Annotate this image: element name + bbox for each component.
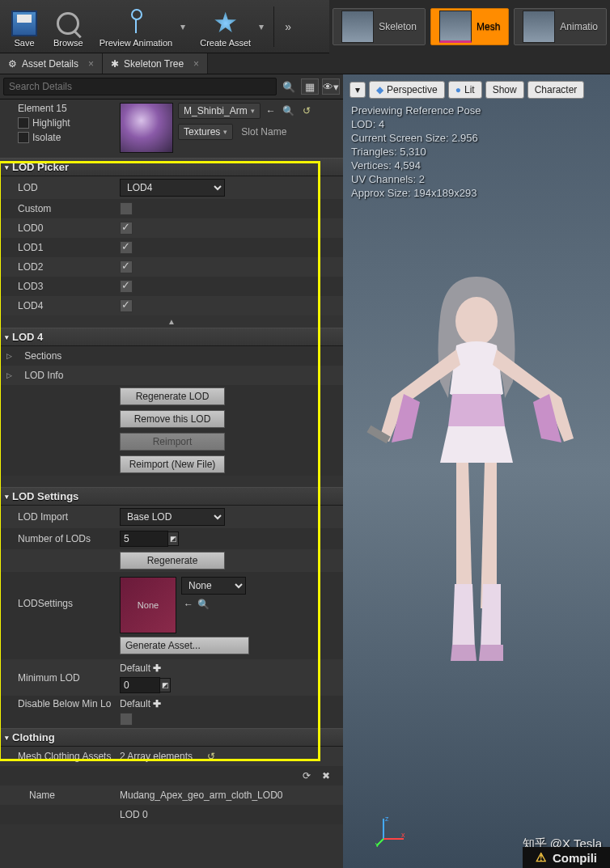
svg-text:x: x: [401, 831, 405, 839]
lodsettings-thumb[interactable]: None: [120, 577, 176, 633]
lodinfo-row[interactable]: ▷ LOD Info: [0, 366, 343, 385]
animation-thumb: [523, 11, 555, 43]
remove-lod-button[interactable]: Remove this LOD: [120, 410, 225, 428]
lodsettings-combo[interactable]: None: [181, 577, 246, 595]
find-icon[interactable]: 🔍: [282, 104, 296, 117]
regenerate-button[interactable]: Regenerate: [120, 552, 225, 569]
reimport-new-button[interactable]: Reimport (New File): [120, 455, 225, 473]
spin-handle[interactable]: ◩: [159, 678, 171, 692]
create-asset-icon: [213, 11, 239, 36]
viewport-menu[interactable]: ▾: [349, 82, 366, 98]
close-icon[interactable]: ×: [193, 58, 199, 70]
lod-import-combo[interactable]: Base LOD: [120, 508, 225, 526]
mesh-mode[interactable]: Mesh: [430, 8, 509, 45]
svg-text:y: y: [375, 840, 379, 847]
num-lods-input[interactable]: [120, 531, 168, 547]
collapse-arrow[interactable]: ▲: [0, 315, 343, 328]
svg-point-0: [455, 297, 498, 345]
generate-asset-button[interactable]: Generate Asset...: [120, 637, 249, 654]
back-arrow-icon[interactable]: ←: [264, 104, 278, 117]
skeleton-tree-icon: ✱: [111, 58, 119, 70]
reimport-button[interactable]: Reimport: [120, 433, 225, 451]
element-label: Element 15: [18, 103, 115, 114]
spin-handle[interactable]: ◩: [167, 531, 179, 546]
material-thumbnail[interactable]: [120, 103, 173, 153]
back-arrow-icon[interactable]: ←: [181, 598, 196, 611]
compiling-status: ⚠Compili: [523, 847, 610, 868]
preview-animation-button[interactable]: Preview Animation: [91, 2, 181, 51]
close-icon[interactable]: ×: [88, 58, 94, 70]
reset-icon[interactable]: ↺: [204, 750, 218, 763]
custom-checkbox[interactable]: [120, 202, 133, 215]
animation-mode[interactable]: Animatio: [514, 8, 607, 45]
skeleton-thumb: [341, 11, 374, 43]
lod0-checkbox[interactable]: [120, 222, 133, 235]
grid-view-icon[interactable]: ▦: [301, 78, 319, 95]
lod4-header[interactable]: ▾LOD 4: [0, 328, 343, 346]
details-icon: ⚙: [8, 58, 17, 70]
delete-icon[interactable]: ✖: [319, 769, 333, 782]
tab-skeleton-tree[interactable]: ✱ Skeleton Tree ×: [103, 53, 208, 74]
sections-row[interactable]: ▷ Sections: [0, 346, 343, 366]
min-lod-input[interactable]: [120, 677, 160, 693]
search-icon[interactable]: 🔍: [280, 78, 298, 95]
find-icon[interactable]: 🔍: [196, 598, 210, 611]
add-icon[interactable]: ✚: [153, 663, 161, 674]
lod2-checkbox[interactable]: [120, 260, 133, 273]
clothing-header[interactable]: ▾Clothing: [0, 728, 343, 747]
tab-asset-details[interactable]: ⚙ Asset Details ×: [0, 53, 103, 74]
create-asset-button[interactable]: Create Asset: [192, 2, 259, 51]
character-button[interactable]: Character: [527, 81, 585, 99]
lod3-checkbox[interactable]: [120, 280, 133, 293]
toolbar-separator: [273, 6, 274, 47]
character-preview: [363, 260, 590, 713]
lod-combo[interactable]: LOD4: [120, 179, 225, 197]
skeleton-mode[interactable]: Skeleton: [333, 8, 426, 45]
browse-button[interactable]: Browse: [45, 2, 91, 51]
eye-dropdown-icon[interactable]: 👁▾: [322, 78, 340, 95]
svg-text:z: z: [385, 815, 389, 823]
reset-icon[interactable]: ↺: [299, 104, 314, 117]
lod1-checkbox[interactable]: [120, 241, 133, 254]
viewport-stats: Previewing Reference Pose LOD: 4 Current…: [351, 104, 481, 200]
save-button[interactable]: Save: [3, 2, 45, 51]
preview-dropdown[interactable]: ▾: [180, 21, 192, 32]
save-icon: [11, 11, 37, 36]
lit-button[interactable]: ●Lit: [448, 81, 482, 99]
preview-anim-icon: [123, 11, 149, 36]
show-button[interactable]: Show: [485, 81, 524, 99]
add-icon[interactable]: ✚: [153, 698, 161, 709]
highlight-checkbox[interactable]: [18, 117, 29, 129]
slot-name-label: Slot Name: [241, 126, 286, 138]
regenerate-lod-button[interactable]: Regenerate LOD: [120, 387, 225, 405]
toolbar-overflow[interactable]: »: [277, 20, 299, 33]
material-combo[interactable]: M_Shinbi_Arm▾: [178, 103, 261, 119]
perspective-button[interactable]: ◆Perspective: [369, 81, 445, 99]
lod4-checkbox[interactable]: [120, 299, 133, 312]
refresh-icon[interactable]: ⟳: [299, 769, 314, 782]
search-input[interactable]: [3, 78, 277, 95]
browse-icon: [55, 11, 81, 36]
mesh-thumb: [439, 11, 472, 43]
create-dropdown[interactable]: ▾: [259, 21, 270, 32]
textures-combo[interactable]: Textures▾: [178, 124, 233, 140]
isolate-checkbox[interactable]: [18, 132, 29, 143]
disable-checkbox[interactable]: [120, 713, 133, 726]
lod-picker-header[interactable]: ▾LOD Picker: [0, 158, 343, 176]
lod-settings-header[interactable]: ▾LOD Settings: [0, 487, 343, 506]
axis-gizmo: z x y: [375, 815, 408, 847]
